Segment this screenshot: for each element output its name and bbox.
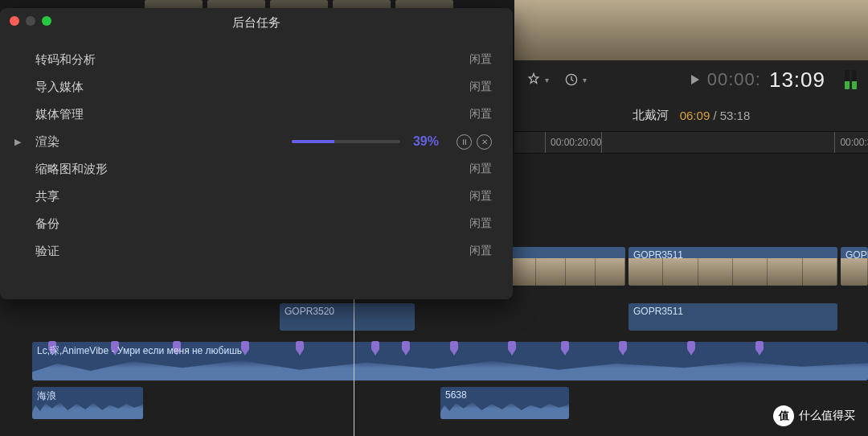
clip-label: 5638: [445, 389, 467, 401]
task-row-transcode[interactable]: 转码和分析 闲置: [0, 46, 513, 73]
task-name: 渲染: [35, 134, 59, 150]
caret-down-icon: ▾: [545, 76, 549, 84]
marker[interactable]: [687, 341, 695, 352]
task-row-media-mgmt[interactable]: 媒体管理 闲置: [0, 101, 513, 128]
background-tasks-panel: 后台任务 转码和分析 闲置 导入媒体 闲置 媒体管理 闲置 ▶ 渲染 39% ⏸…: [0, 8, 513, 299]
progress-percent: 39%: [413, 134, 439, 149]
window-controls: [10, 16, 51, 26]
expand-icon[interactable]: ▶: [14, 137, 21, 147]
watermark-text: 什么值得买: [799, 409, 855, 423]
toolbar: ▾ ▾ 00:00:13:09: [514, 60, 868, 99]
project-info: 北戴河 06:09 / 53:18: [514, 99, 868, 131]
clip-label: Lc,琛,AnimeVibe - Умри если меня не любиш…: [37, 344, 242, 358]
project-total-time: 53:18: [720, 109, 751, 122]
project-sep: /: [710, 109, 720, 122]
viewer: [514, 0, 868, 60]
marker[interactable]: [371, 341, 379, 352]
task-status: 闲置: [469, 216, 492, 231]
sfx-clip[interactable]: 5638: [440, 387, 569, 419]
task-row-thumbnails[interactable]: 缩略图和波形 闲置: [0, 155, 513, 183]
marker[interactable]: [619, 341, 627, 352]
clip-label: GOPR3511: [633, 249, 683, 261]
marker[interactable]: [561, 341, 569, 352]
video-clip[interactable]: GOPR3511: [628, 247, 837, 286]
ruler-mark: 00:00:30:00: [840, 137, 868, 148]
timeline-ruler[interactable]: 00:00:20:00 00:00:30:00: [514, 131, 868, 154]
ruler-mark: 00:00:20:00: [551, 137, 601, 148]
watermark-badge: 值: [773, 405, 794, 426]
marker[interactable]: [450, 341, 458, 352]
task-status: 闲置: [469, 244, 492, 258]
task-name: 缩略图和波形: [35, 162, 108, 177]
task-status: 闲置: [469, 162, 492, 176]
pause-button[interactable]: ⏸: [457, 134, 472, 150]
task-name: 导入媒体: [35, 80, 84, 95]
cancel-button[interactable]: ✕: [477, 134, 492, 150]
task-name: 备份: [35, 216, 59, 232]
panel-title: 后台任务: [0, 8, 513, 38]
timecode-display: 00:00:13:09: [691, 68, 857, 93]
task-row-share[interactable]: 共享 闲置: [0, 183, 513, 210]
task-name: 转码和分析: [35, 52, 96, 68]
task-name: 媒体管理: [35, 107, 84, 122]
minimize-window-icon[interactable]: [26, 16, 35, 26]
project-current-time: 06:09: [680, 109, 710, 122]
connected-clip[interactable]: GOPR3520: [280, 303, 415, 331]
video-clip[interactable]: [506, 247, 625, 286]
progress-bar: [292, 140, 400, 143]
zoom-window-icon[interactable]: [42, 16, 51, 26]
task-name: 验证: [35, 244, 59, 259]
retiming-tool[interactable]: ▾: [563, 72, 587, 88]
task-row-verify[interactable]: 验证 闲置: [0, 237, 513, 265]
play-icon[interactable]: [691, 75, 699, 84]
marker[interactable]: [755, 341, 764, 352]
caret-down-icon: ▾: [583, 76, 587, 84]
marker[interactable]: [402, 341, 410, 352]
task-status: 闲置: [469, 80, 492, 94]
timecode-main: 13:09: [769, 68, 825, 93]
task-row-render[interactable]: ▶ 渲染 39% ⏸ ✕: [0, 128, 513, 155]
video-clip[interactable]: GOPR3511: [841, 247, 868, 286]
close-window-icon[interactable]: [10, 16, 19, 26]
clip-label: GOPR3520: [285, 306, 334, 317]
sfx-track: 海浪 5638: [0, 387, 868, 419]
connected-track: GOPR3520 GOPR3511: [0, 303, 868, 331]
project-name: 北戴河: [633, 108, 669, 123]
music-track: Lc,琛,AnimeVibe - Умри если меня не любиш…: [0, 342, 868, 380]
task-list: 转码和分析 闲置 导入媒体 闲置 媒体管理 闲置 ▶ 渲染 39% ⏸ ✕ 缩略…: [0, 38, 513, 273]
task-status: 闲置: [469, 52, 492, 67]
clip-label: GOPR3511: [845, 249, 868, 261]
task-status: 闲置: [469, 189, 492, 204]
marker[interactable]: [241, 341, 249, 352]
timecode-prefix: 00:00:: [707, 69, 761, 90]
marker[interactable]: [296, 341, 304, 352]
task-status: 闲置: [469, 107, 492, 121]
watermark: 值 什么值得买: [773, 405, 855, 426]
audio-meters: [845, 70, 857, 89]
task-name: 共享: [35, 189, 59, 204]
clip-label: GOPR3511: [633, 306, 683, 317]
task-row-import[interactable]: 导入媒体 闲置: [0, 73, 513, 101]
effects-tool[interactable]: ▾: [526, 72, 549, 88]
connected-clip[interactable]: GOPR3511: [628, 303, 837, 331]
clip-label: 海浪: [37, 389, 56, 403]
marker[interactable]: [508, 341, 516, 352]
sfx-clip[interactable]: 海浪: [32, 387, 143, 419]
task-row-backup[interactable]: 备份 闲置: [0, 210, 513, 237]
